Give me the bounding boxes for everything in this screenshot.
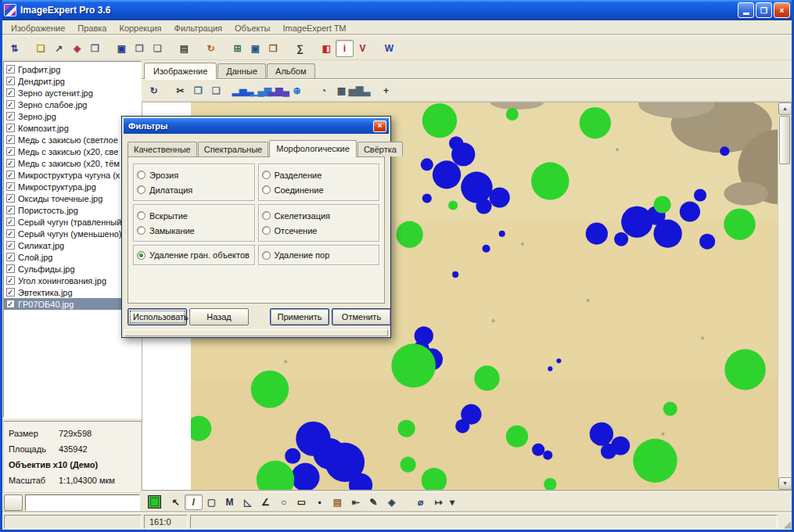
print-icon[interactable]: ▤ bbox=[175, 40, 193, 57]
corner-button[interactable] bbox=[4, 494, 23, 511]
tab-data[interactable]: Данные bbox=[217, 63, 266, 78]
measure-tool[interactable]: M bbox=[221, 494, 239, 510]
stats-icon[interactable]: ∑ bbox=[291, 40, 309, 57]
resize-grip[interactable]: ◢ bbox=[784, 519, 791, 529]
menu-item[interactable]: Объекты bbox=[228, 22, 276, 34]
circle-tool[interactable]: ○ bbox=[275, 494, 293, 510]
titlebar[interactable]: ImageExpert Pro 3.6 ❐ × bbox=[0, 0, 794, 20]
paste-icon[interactable]: ❏ bbox=[207, 82, 225, 99]
file-list-item[interactable]: Оксиды точечные.jpg bbox=[4, 192, 141, 204]
checkbox[interactable] bbox=[6, 253, 15, 261]
paste-icon[interactable]: ❏ bbox=[149, 40, 167, 57]
color-swatch[interactable] bbox=[148, 495, 161, 509]
checkbox[interactable] bbox=[6, 171, 15, 179]
file-list-item[interactable]: Медь с закисью (х20, тём bbox=[4, 157, 141, 169]
checkbox[interactable] bbox=[6, 276, 15, 285]
checkbox[interactable] bbox=[6, 182, 15, 191]
histogram-icon[interactable]: ▂▅▃ bbox=[234, 82, 252, 99]
file-list-item[interactable]: Графит.jpg bbox=[4, 63, 141, 75]
open-folder-icon[interactable]: ❑ bbox=[32, 40, 50, 57]
tree-icon[interactable]: ⊞ bbox=[228, 40, 246, 57]
radio-option[interactable]: Замыкание bbox=[137, 223, 251, 238]
menu-item[interactable]: Коррекция bbox=[113, 22, 167, 34]
scroll-down-icon[interactable]: ▼ bbox=[778, 477, 792, 490]
checkbox[interactable] bbox=[6, 217, 15, 226]
checkbox[interactable] bbox=[6, 135, 15, 144]
dialog-tab-quality[interactable]: Качественные bbox=[128, 142, 197, 156]
sort-icon[interactable]: ⇅ bbox=[5, 40, 23, 57]
radio-option[interactable]: Скелетизация bbox=[262, 208, 376, 223]
copy-to-icon[interactable]: ❐ bbox=[86, 40, 104, 57]
pen-tool[interactable]: ✎ bbox=[365, 494, 383, 510]
file-list-item[interactable]: ГР07ОБ40.jpg bbox=[4, 298, 141, 310]
checkbox[interactable] bbox=[6, 88, 15, 97]
radio-option[interactable]: Дилатация bbox=[137, 182, 251, 197]
file-list-item[interactable]: Силикат.jpg bbox=[4, 239, 141, 251]
checkbox[interactable] bbox=[6, 241, 15, 250]
grid-icon[interactable]: ▦ bbox=[332, 82, 350, 99]
dialog-tab-spectral[interactable]: Спектральные bbox=[198, 142, 268, 156]
checkbox[interactable] bbox=[6, 65, 15, 74]
checkbox[interactable] bbox=[6, 229, 15, 238]
close-button[interactable]: × bbox=[774, 2, 790, 18]
apply-button[interactable]: Применить bbox=[270, 308, 329, 325]
radio-option[interactable]: Отсечение bbox=[262, 223, 376, 238]
minimize-button[interactable] bbox=[738, 2, 754, 18]
radio-option[interactable]: Вскрытие bbox=[137, 208, 251, 223]
profile-icon[interactable]: ▁▄▆ bbox=[252, 82, 270, 99]
export-icon[interactable]: ↗ bbox=[50, 40, 68, 57]
radio-option[interactable]: Соединение bbox=[262, 182, 376, 197]
info-icon[interactable]: i bbox=[336, 40, 354, 57]
dialog-tab-morphological[interactable]: Морфологические bbox=[269, 140, 357, 157]
duplicate-icon[interactable]: ❒ bbox=[131, 40, 149, 57]
checkbox[interactable] bbox=[6, 100, 15, 109]
checkbox[interactable] bbox=[6, 77, 15, 85]
word-export-icon[interactable]: W bbox=[380, 40, 398, 57]
angle-tool[interactable]: ∠ bbox=[257, 494, 275, 510]
snap-tool[interactable]: ↦ bbox=[429, 494, 447, 510]
polygon-tool[interactable]: ◈ bbox=[383, 494, 401, 510]
use-button[interactable]: Использовать bbox=[128, 308, 187, 325]
measure-cross-icon[interactable]: + bbox=[377, 82, 395, 99]
stamp-icon[interactable]: ◈ bbox=[68, 40, 86, 57]
file-list-item[interactable]: Слой.jpg bbox=[4, 251, 141, 263]
file-list-item[interactable]: Микроструктура чугуна (х bbox=[4, 169, 141, 181]
radio-option[interactable]: Эрозия bbox=[137, 167, 251, 182]
vertical-scrollbar[interactable]: ▲ ▼ bbox=[778, 102, 791, 490]
protractor-tool[interactable]: ◺ bbox=[239, 494, 257, 510]
checkbox[interactable] bbox=[6, 147, 15, 156]
checkbox[interactable] bbox=[6, 124, 15, 132]
file-list-item[interactable]: Зерно.jpg bbox=[4, 110, 141, 122]
verify-icon[interactable]: V bbox=[354, 40, 372, 57]
scroll-up-icon[interactable]: ▲ bbox=[778, 102, 792, 115]
maximize-button[interactable]: ❐ bbox=[756, 2, 772, 18]
back-button[interactable]: Назад bbox=[189, 308, 249, 325]
select-rect-tool[interactable]: ▢ bbox=[203, 494, 221, 510]
channels-icon[interactable]: ◧ bbox=[318, 40, 336, 57]
menu-item[interactable]: ImageExpert TM bbox=[276, 22, 352, 34]
cancel-button[interactable]: Отменить bbox=[332, 308, 391, 325]
file-list-item[interactable]: Зерно слабое.jpg bbox=[4, 99, 141, 110]
radio-option[interactable]: Разделение bbox=[262, 167, 376, 182]
dialog-titlebar[interactable]: Фильтры × bbox=[124, 118, 389, 134]
menu-item[interactable]: Правка bbox=[71, 22, 113, 34]
checkbox[interactable] bbox=[6, 264, 15, 273]
checkbox[interactable] bbox=[6, 300, 15, 308]
tab-album[interactable]: Альбом bbox=[267, 63, 314, 78]
file-list-item[interactable]: Серый чугун (травленный) bbox=[4, 216, 141, 228]
menu-item[interactable]: Изображение bbox=[5, 22, 71, 34]
chart-icon[interactable]: ▅▇▃ bbox=[350, 82, 368, 99]
line-tool[interactable]: / bbox=[185, 494, 203, 510]
scroll-thumb[interactable] bbox=[779, 116, 790, 164]
point-tool[interactable]: ▪ bbox=[311, 494, 329, 510]
snap-dropdown-icon[interactable]: ▾ bbox=[447, 494, 457, 510]
pages-icon[interactable]: ❒ bbox=[264, 40, 282, 57]
dialog-tab-convolution[interactable]: Свёртка bbox=[357, 142, 403, 156]
copy-icon[interactable]: ❐ bbox=[189, 82, 207, 99]
caliper-tool[interactable]: ⇤ bbox=[347, 494, 365, 510]
refresh-icon[interactable]: ↻ bbox=[202, 40, 220, 57]
file-list-item[interactable]: Зерно аустенит.jpg bbox=[4, 87, 141, 99]
file-list-item[interactable]: Эвтектика.jpg bbox=[4, 286, 141, 298]
radio-option[interactable]: Удаление пор bbox=[262, 248, 376, 263]
cut-icon[interactable]: ✂ bbox=[171, 82, 189, 99]
